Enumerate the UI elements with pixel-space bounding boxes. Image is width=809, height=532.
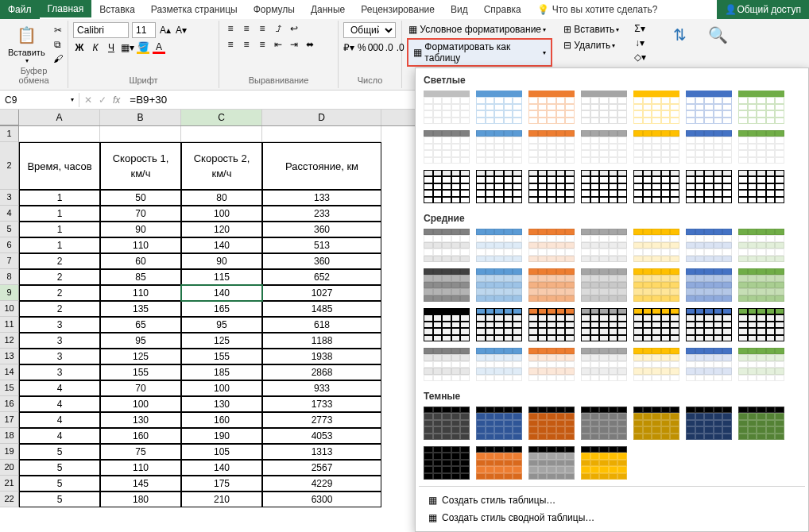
merge-icon[interactable]: ⬌ <box>304 38 316 51</box>
cell-C13[interactable]: 155 <box>181 349 262 364</box>
table-style-option[interactable] <box>579 346 629 383</box>
row-header-12[interactable]: 12 <box>0 333 19 349</box>
cell-B17[interactable]: 130 <box>100 412 181 428</box>
clear-icon[interactable]: ◇▾ <box>633 51 646 64</box>
table-style-option[interactable] <box>737 346 786 383</box>
table-style-option[interactable] <box>684 346 734 383</box>
data-header-cell[interactable]: Расстояние, км <box>262 142 381 190</box>
menu-help[interactable]: Справка <box>476 0 529 19</box>
table-style-option[interactable] <box>632 306 681 343</box>
outdent-icon[interactable]: ⇤ <box>272 38 285 51</box>
cell-B12[interactable]: 95 <box>100 333 181 349</box>
table-style-option[interactable] <box>579 267 629 303</box>
cell-A20[interactable]: 5 <box>19 460 100 476</box>
copy-icon[interactable]: ⧉ <box>52 38 64 51</box>
number-format-select[interactable]: Общий <box>343 22 396 38</box>
table-style-option[interactable] <box>422 267 471 303</box>
cell-B16[interactable]: 100 <box>100 396 181 412</box>
table-style-option[interactable] <box>737 129 786 165</box>
table-style-option[interactable] <box>632 405 681 441</box>
enter-icon[interactable]: ✓ <box>99 94 106 106</box>
table-style-option[interactable] <box>527 405 576 441</box>
row-header-6[interactable]: 6 <box>0 237 19 253</box>
font-color-button[interactable]: A <box>153 41 165 54</box>
align-right-icon[interactable]: ≡ <box>256 38 269 51</box>
cell-B6[interactable]: 110 <box>100 237 181 253</box>
table-style-option[interactable] <box>579 306 629 343</box>
row-header-14[interactable]: 14 <box>0 364 19 380</box>
cell-B10[interactable]: 135 <box>100 301 181 317</box>
cell-A17[interactable]: 4 <box>19 412 100 428</box>
table-style-option[interactable] <box>422 129 471 165</box>
cell-A18[interactable]: 4 <box>19 428 100 444</box>
cell-D13[interactable]: 1938 <box>262 349 381 364</box>
cell-B15[interactable]: 70 <box>100 380 181 396</box>
cell-A9[interactable]: 2 <box>19 285 100 301</box>
table-style-option[interactable] <box>579 129 629 165</box>
menu-layout[interactable]: Разметка страницы <box>143 0 246 19</box>
row-header-10[interactable]: 10 <box>0 301 19 317</box>
new-table-style[interactable]: ▦Создать стиль таблицы… <box>424 492 800 509</box>
table-style-option[interactable] <box>474 445 524 481</box>
table-style-option[interactable] <box>737 227 786 264</box>
cell-A10[interactable]: 2 <box>19 301 100 317</box>
align-middle-icon[interactable]: ≡ <box>240 22 253 35</box>
conditional-formatting-button[interactable]: ▦ Условное форматирование▾ <box>407 22 552 37</box>
italic-button[interactable]: К <box>89 41 102 54</box>
cell-B11[interactable]: 65 <box>100 317 181 333</box>
row-header-22[interactable]: 22 <box>0 492 19 507</box>
cell-D8[interactable]: 652 <box>262 269 381 285</box>
cell-C10[interactable]: 165 <box>181 301 262 317</box>
table-style-option[interactable] <box>527 306 576 343</box>
row-header-15[interactable]: 15 <box>0 380 19 396</box>
fill-icon[interactable]: ↓▾ <box>633 37 646 49</box>
table-style-option[interactable] <box>422 306 471 343</box>
data-header-cell[interactable]: Скорость 1, км/ч <box>100 142 181 190</box>
menu-insert[interactable]: Вставка <box>91 0 143 19</box>
table-style-option[interactable] <box>579 89 629 125</box>
cell-A15[interactable]: 4 <box>19 380 100 396</box>
data-header-cell[interactable]: Время, часов <box>19 142 100 190</box>
cell-D21[interactable]: 4229 <box>262 476 381 492</box>
table-style-option[interactable] <box>422 346 471 383</box>
cell-A5[interactable]: 1 <box>19 222 100 237</box>
cell-D19[interactable]: 1313 <box>262 444 381 460</box>
cell-A16[interactable]: 4 <box>19 396 100 412</box>
cell-D17[interactable]: 2773 <box>262 412 381 428</box>
col-header-B[interactable]: B <box>100 110 181 125</box>
table-style-option[interactable] <box>737 405 786 441</box>
table-style-option[interactable] <box>632 129 681 165</box>
cell-D12[interactable]: 1188 <box>262 333 381 349</box>
cell-D4[interactable]: 233 <box>262 206 381 222</box>
bold-button[interactable]: Ж <box>73 41 86 54</box>
cell-C19[interactable]: 105 <box>181 444 262 460</box>
cell-C4[interactable]: 100 <box>181 206 262 222</box>
format-painter-icon[interactable]: 🖌 <box>52 52 64 65</box>
table-style-option[interactable] <box>684 168 734 205</box>
cell-B19[interactable]: 75 <box>100 444 181 460</box>
cell-B13[interactable]: 125 <box>100 349 181 364</box>
cell-C17[interactable]: 160 <box>181 412 262 428</box>
table-style-option[interactable] <box>422 445 471 481</box>
table-style-option[interactable] <box>737 168 786 205</box>
table-style-option[interactable] <box>474 227 524 264</box>
sort-filter-button[interactable]: ⇅ <box>665 22 694 48</box>
fill-color-button[interactable]: 🪣 <box>137 41 149 54</box>
row-header-9[interactable]: 9 <box>0 285 19 301</box>
align-center-icon[interactable]: ≡ <box>240 38 253 51</box>
cell-B1[interactable] <box>100 126 181 142</box>
table-style-option[interactable] <box>632 346 681 383</box>
table-style-option[interactable] <box>684 227 734 264</box>
menu-home[interactable]: Главная <box>40 0 92 19</box>
table-style-option[interactable] <box>527 129 576 165</box>
cell-C14[interactable]: 185 <box>181 364 262 380</box>
menu-review[interactable]: Рецензирование <box>353 0 443 19</box>
table-style-option[interactable] <box>579 445 629 481</box>
fx-icon[interactable]: fx <box>113 94 120 106</box>
table-style-option[interactable] <box>527 346 576 383</box>
menu-view[interactable]: Вид <box>443 0 476 19</box>
menu-file[interactable]: Файл <box>0 0 40 19</box>
cell-A12[interactable]: 3 <box>19 333 100 349</box>
cell-D15[interactable]: 933 <box>262 380 381 396</box>
data-header-cell[interactable]: Скорость 2, км/ч <box>181 142 262 190</box>
